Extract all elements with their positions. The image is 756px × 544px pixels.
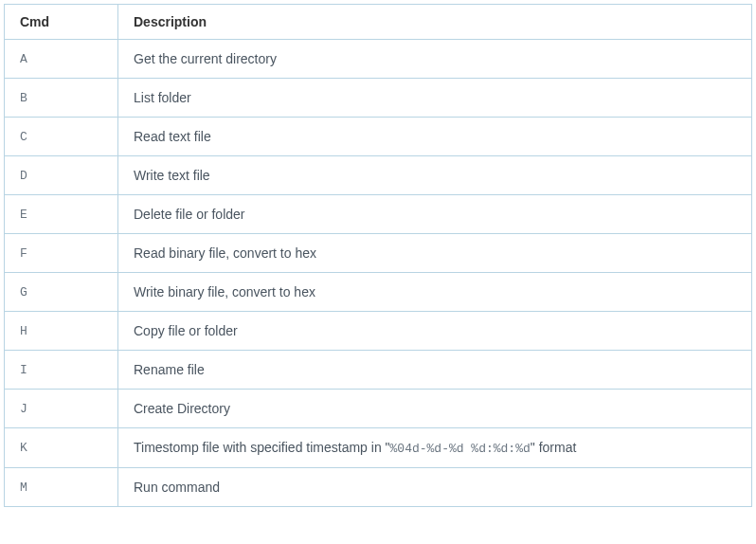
table-row: BList folder [5, 79, 752, 118]
description-cell: Timestomp file with specified timestamp … [118, 428, 752, 468]
description-cell: Write text file [118, 156, 752, 195]
cmd-cell: G [5, 273, 118, 312]
description-cell: Delete file or folder [118, 195, 752, 234]
cmd-cell: D [5, 156, 118, 195]
table-row: AGet the current directory [5, 40, 752, 79]
table-row: EDelete file or folder [5, 195, 752, 234]
table-row: IRename file [5, 351, 752, 390]
cmd-cell: M [5, 468, 118, 507]
description-text: Write binary file, convert to hex [134, 284, 315, 299]
description-text: Read binary file, convert to hex [134, 245, 316, 261]
description-cell: Read text file [118, 118, 752, 156]
table-row: HCopy file or folder [5, 312, 752, 351]
table-row: GWrite binary file, convert to hex [5, 273, 752, 312]
description-cell: Copy file or folder [118, 312, 752, 351]
description-text: Delete file or folder [134, 207, 245, 222]
description-text: Copy file or folder [134, 323, 238, 338]
description-cell: Read binary file, convert to hex [118, 234, 752, 273]
cmd-cell: B [5, 79, 118, 118]
header-description: Description [118, 5, 752, 40]
format-string: %04d-%d-%d %d:%d:%d [390, 442, 531, 456]
cmd-cell: F [5, 234, 118, 273]
description-text: Create Directory [134, 401, 230, 416]
cmd-cell: H [5, 312, 118, 351]
table-row: CRead text file [5, 118, 752, 156]
table-row: FRead binary file, convert to hex [5, 234, 752, 273]
description-text-post: " format [531, 440, 577, 455]
description-text: Get the current directory [134, 51, 277, 66]
cmd-cell: I [5, 351, 118, 390]
description-cell: Run command [118, 468, 752, 507]
table-row: KTimestomp file with specified timestamp… [5, 428, 752, 468]
table-row: MRun command [5, 468, 752, 507]
description-text: List folder [134, 90, 191, 105]
table-row: JCreate Directory [5, 390, 752, 428]
description-cell: Write binary file, convert to hex [118, 273, 752, 312]
cmd-cell: A [5, 40, 118, 79]
cmd-cell: J [5, 390, 118, 428]
description-cell: Rename file [118, 351, 752, 390]
description-text: Timestomp file with specified timestamp … [134, 440, 390, 455]
cmd-cell: K [5, 428, 118, 468]
table-header-row: Cmd Description [5, 5, 752, 40]
description-cell: List folder [118, 79, 752, 118]
cmd-cell: C [5, 118, 118, 156]
description-text: Read text file [134, 129, 211, 144]
command-table: Cmd Description AGet the current directo… [4, 4, 752, 507]
cmd-cell: E [5, 195, 118, 234]
table-row: DWrite text file [5, 156, 752, 195]
description-cell: Create Directory [118, 390, 752, 428]
description-text: Run command [134, 480, 220, 495]
header-cmd: Cmd [5, 5, 118, 40]
description-text: Write text file [134, 168, 210, 183]
description-text: Rename file [134, 362, 205, 377]
description-cell: Get the current directory [118, 40, 752, 79]
